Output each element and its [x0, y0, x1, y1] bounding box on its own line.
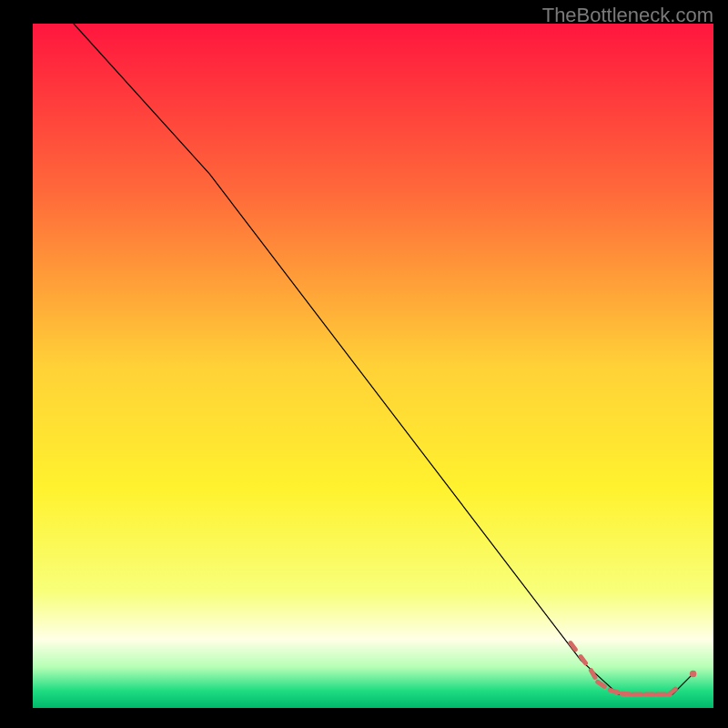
gradient-plot-area — [33, 24, 713, 708]
chart-frame: TheBottleneck.com — [0, 0, 728, 728]
marker-dot — [690, 671, 697, 678]
marker-dash — [622, 693, 630, 694]
bottleneck-chart — [0, 0, 728, 728]
marker-dash — [610, 690, 618, 693]
watermark-text: TheBottleneck.com — [542, 4, 713, 27]
